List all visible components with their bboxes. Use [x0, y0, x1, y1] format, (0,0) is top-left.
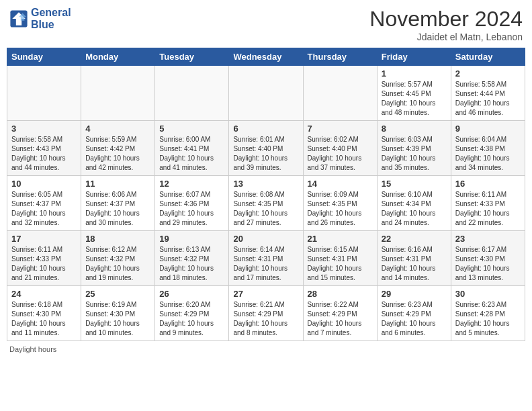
day-number: 3: [11, 124, 77, 134]
day-number: 10: [11, 179, 77, 189]
day-cell: 24Sunrise: 6:18 AM Sunset: 4:30 PM Dayli…: [7, 286, 81, 341]
day-number: 1: [382, 68, 447, 79]
day-info: Sunrise: 6:11 AM Sunset: 4:33 PM Dayligh…: [455, 190, 521, 228]
day-cell: 6Sunrise: 6:01 AM Sunset: 4:40 PM Daylig…: [229, 121, 303, 176]
day-cell: [155, 66, 229, 121]
day-number: 12: [159, 179, 224, 189]
day-cell: 12Sunrise: 6:07 AM Sunset: 4:36 PM Dayli…: [155, 176, 229, 231]
day-cell: 28Sunrise: 6:22 AM Sunset: 4:29 PM Dayli…: [303, 286, 377, 341]
day-cell: 18Sunrise: 6:12 AM Sunset: 4:32 PM Dayli…: [81, 231, 155, 286]
col-header-friday: Friday: [377, 48, 451, 66]
col-header-tuesday: Tuesday: [155, 48, 229, 66]
day-info: Sunrise: 6:08 AM Sunset: 4:35 PM Dayligh…: [233, 190, 298, 228]
day-cell: [229, 66, 303, 121]
month-title: November 2024: [369, 7, 523, 32]
day-number: 7: [308, 124, 373, 134]
day-cell: 10Sunrise: 6:05 AM Sunset: 4:37 PM Dayli…: [7, 176, 81, 231]
day-cell: 1Sunrise: 5:57 AM Sunset: 4:45 PM Daylig…: [377, 66, 451, 121]
day-info: Sunrise: 6:10 AM Sunset: 4:34 PM Dayligh…: [382, 190, 447, 228]
day-info: Sunrise: 6:13 AM Sunset: 4:32 PM Dayligh…: [159, 245, 224, 283]
col-header-wednesday: Wednesday: [229, 48, 303, 66]
week-row-4: 17Sunrise: 6:11 AM Sunset: 4:33 PM Dayli…: [7, 231, 525, 286]
day-info: Sunrise: 5:57 AM Sunset: 4:45 PM Dayligh…: [382, 80, 447, 118]
title-area: November 2024 Jdaidet el Matn, Lebanon: [369, 7, 523, 42]
day-number: 11: [85, 179, 150, 189]
day-cell: 27Sunrise: 6:21 AM Sunset: 4:29 PM Dayli…: [229, 286, 303, 341]
day-number: 18: [85, 234, 150, 244]
day-number: 27: [233, 289, 298, 299]
day-info: Sunrise: 6:04 AM Sunset: 4:38 PM Dayligh…: [455, 135, 521, 173]
day-info: Sunrise: 6:07 AM Sunset: 4:36 PM Dayligh…: [159, 190, 224, 228]
day-cell: 13Sunrise: 6:08 AM Sunset: 4:35 PM Dayli…: [229, 176, 303, 231]
day-cell: 26Sunrise: 6:20 AM Sunset: 4:29 PM Dayli…: [155, 286, 229, 341]
week-row-1: 1Sunrise: 5:57 AM Sunset: 4:45 PM Daylig…: [7, 66, 525, 121]
day-number: 14: [308, 179, 373, 189]
day-cell: 4Sunrise: 5:59 AM Sunset: 4:42 PM Daylig…: [81, 121, 155, 176]
day-cell: 11Sunrise: 6:06 AM Sunset: 4:37 PM Dayli…: [81, 176, 155, 231]
day-number: 6: [233, 124, 298, 134]
calendar: SundayMondayTuesdayWednesdayThursdayFrid…: [7, 48, 525, 341]
day-number: 2: [455, 68, 521, 79]
day-info: Sunrise: 6:17 AM Sunset: 4:30 PM Dayligh…: [455, 245, 521, 283]
col-header-sunday: Sunday: [7, 48, 81, 66]
day-cell: 5Sunrise: 6:00 AM Sunset: 4:41 PM Daylig…: [155, 121, 229, 176]
week-row-2: 3Sunrise: 5:58 AM Sunset: 4:43 PM Daylig…: [7, 121, 525, 176]
day-cell: [7, 66, 81, 121]
day-number: 16: [455, 179, 521, 189]
col-header-saturday: Saturday: [451, 48, 525, 66]
day-number: 23: [455, 234, 521, 244]
day-cell: 17Sunrise: 6:11 AM Sunset: 4:33 PM Dayli…: [7, 231, 81, 286]
day-info: Sunrise: 6:21 AM Sunset: 4:29 PM Dayligh…: [233, 300, 298, 338]
day-info: Sunrise: 6:18 AM Sunset: 4:30 PM Dayligh…: [11, 300, 77, 338]
day-cell: 20Sunrise: 6:14 AM Sunset: 4:31 PM Dayli…: [229, 231, 303, 286]
day-info: Sunrise: 6:23 AM Sunset: 4:28 PM Dayligh…: [455, 300, 521, 338]
day-number: 22: [382, 234, 447, 244]
day-number: 4: [85, 124, 150, 134]
day-info: Sunrise: 5:58 AM Sunset: 4:43 PM Dayligh…: [11, 135, 77, 173]
day-cell: 2Sunrise: 5:58 AM Sunset: 4:44 PM Daylig…: [451, 66, 525, 121]
logo-icon: [9, 9, 28, 28]
day-number: 26: [159, 289, 224, 299]
day-cell: 23Sunrise: 6:17 AM Sunset: 4:30 PM Dayli…: [451, 231, 525, 286]
day-cell: 15Sunrise: 6:10 AM Sunset: 4:34 PM Dayli…: [377, 176, 451, 231]
day-number: 25: [85, 289, 150, 299]
day-number: 21: [308, 234, 373, 244]
calendar-header-row: SundayMondayTuesdayWednesdayThursdayFrid…: [7, 48, 525, 66]
day-info: Sunrise: 6:05 AM Sunset: 4:37 PM Dayligh…: [11, 190, 77, 228]
day-number: 19: [159, 234, 224, 244]
day-number: 5: [159, 124, 224, 134]
footer-note: Daylight hours: [7, 345, 525, 353]
day-cell: 25Sunrise: 6:19 AM Sunset: 4:30 PM Dayli…: [81, 286, 155, 341]
day-cell: 14Sunrise: 6:09 AM Sunset: 4:35 PM Dayli…: [303, 176, 377, 231]
day-info: Sunrise: 6:14 AM Sunset: 4:31 PM Dayligh…: [233, 245, 298, 283]
day-number: 29: [382, 289, 447, 299]
day-info: Sunrise: 6:19 AM Sunset: 4:30 PM Dayligh…: [85, 300, 150, 338]
day-info: Sunrise: 6:02 AM Sunset: 4:40 PM Dayligh…: [308, 135, 373, 173]
day-cell: 19Sunrise: 6:13 AM Sunset: 4:32 PM Dayli…: [155, 231, 229, 286]
week-row-5: 24Sunrise: 6:18 AM Sunset: 4:30 PM Dayli…: [7, 286, 525, 341]
day-cell: 29Sunrise: 6:23 AM Sunset: 4:29 PM Dayli…: [377, 286, 451, 341]
location-title: Jdaidet el Matn, Lebanon: [369, 32, 523, 42]
col-header-monday: Monday: [81, 48, 155, 66]
day-number: 8: [382, 124, 447, 134]
day-cell: 22Sunrise: 6:16 AM Sunset: 4:31 PM Dayli…: [377, 231, 451, 286]
day-info: Sunrise: 6:23 AM Sunset: 4:29 PM Dayligh…: [382, 300, 447, 338]
day-info: Sunrise: 6:16 AM Sunset: 4:31 PM Dayligh…: [382, 245, 447, 283]
day-info: Sunrise: 5:59 AM Sunset: 4:42 PM Dayligh…: [85, 135, 150, 173]
day-info: Sunrise: 6:15 AM Sunset: 4:31 PM Dayligh…: [308, 245, 373, 283]
day-info: Sunrise: 6:11 AM Sunset: 4:33 PM Dayligh…: [11, 245, 77, 283]
day-number: 30: [455, 289, 521, 299]
day-info: Sunrise: 6:20 AM Sunset: 4:29 PM Dayligh…: [159, 300, 224, 338]
day-number: 28: [308, 289, 373, 299]
day-cell: 16Sunrise: 6:11 AM Sunset: 4:33 PM Dayli…: [451, 176, 525, 231]
col-header-thursday: Thursday: [303, 48, 377, 66]
day-info: Sunrise: 6:00 AM Sunset: 4:41 PM Dayligh…: [159, 135, 224, 173]
day-number: 9: [455, 124, 521, 134]
day-info: Sunrise: 6:03 AM Sunset: 4:39 PM Dayligh…: [382, 135, 447, 173]
week-row-3: 10Sunrise: 6:05 AM Sunset: 4:37 PM Dayli…: [7, 176, 525, 231]
day-number: 20: [233, 234, 298, 244]
day-info: Sunrise: 5:58 AM Sunset: 4:44 PM Dayligh…: [455, 80, 521, 118]
day-cell: 9Sunrise: 6:04 AM Sunset: 4:38 PM Daylig…: [451, 121, 525, 176]
day-cell: 3Sunrise: 5:58 AM Sunset: 4:43 PM Daylig…: [7, 121, 81, 176]
day-info: Sunrise: 6:01 AM Sunset: 4:40 PM Dayligh…: [233, 135, 298, 173]
